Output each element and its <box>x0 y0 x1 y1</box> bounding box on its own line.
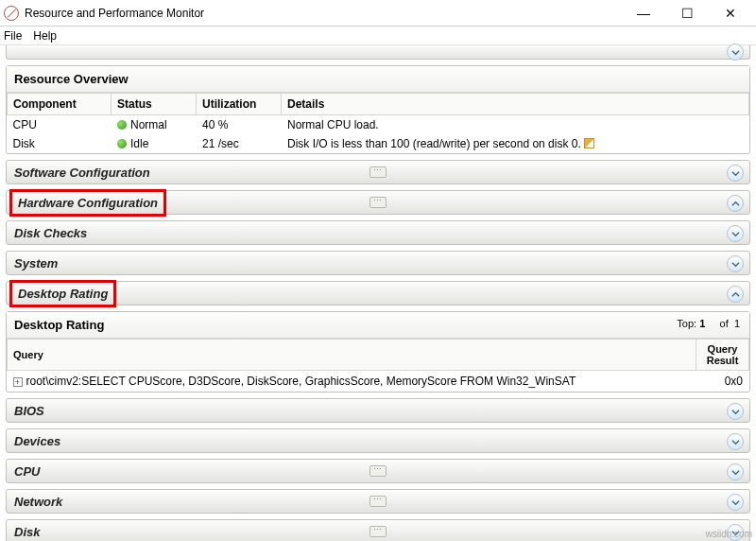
chevron-down-icon[interactable] <box>727 44 744 61</box>
cell-component: CPU <box>8 115 112 135</box>
cell-util: 21 /sec <box>197 134 282 153</box>
expand-icon[interactable]: + <box>13 377 23 387</box>
section-center-icon <box>369 526 387 537</box>
chevron-down-icon[interactable] <box>727 433 744 450</box>
desktop-rating-table: Query Query Result +root\cimv2:SELECT CP… <box>7 339 749 392</box>
chevron-up-icon[interactable] <box>727 195 744 212</box>
section-bios[interactable]: BIOS <box>6 398 750 423</box>
watermark: wsiidn.com <box>706 529 752 539</box>
menu-file[interactable]: File <box>4 29 22 43</box>
col-query: Query <box>8 340 696 371</box>
resource-overview-title: Resource Overview <box>7 66 749 93</box>
col-utilization: Utilization <box>197 94 282 115</box>
section-label: Software Configuration <box>14 166 150 180</box>
col-component: Component <box>8 94 112 115</box>
section-label: CPU <box>14 464 40 479</box>
table-row: Disk Idle 21 /sec Disk I/O is less than … <box>8 134 749 153</box>
close-button[interactable]: ✕ <box>714 0 747 26</box>
cell-details: Normal CPU load. <box>282 115 749 135</box>
table-row: +root\cimv2:SELECT CPUScore, D3DScore, D… <box>8 371 749 393</box>
col-query-result: Query Result <box>696 340 749 371</box>
section-network[interactable]: Network <box>6 489 750 514</box>
section-label: Disk <box>14 525 40 539</box>
window-controls: — ☐ ✕ <box>627 0 752 26</box>
chevron-down-icon[interactable] <box>727 165 744 182</box>
section-disk[interactable]: Disk <box>6 519 750 541</box>
col-status: Status <box>112 94 197 115</box>
cell-query: +root\cimv2:SELECT CPUScore, D3DScore, D… <box>8 371 696 393</box>
section-label: Network <box>14 495 62 509</box>
cell-result: 0x0 <box>696 371 749 393</box>
chevron-down-icon[interactable] <box>727 494 744 511</box>
section-label: Disk Checks <box>14 226 87 240</box>
desktop-rating-panel: Desktop Rating Top: 1 of 1 Query Query R… <box>6 311 750 393</box>
chevron-down-icon[interactable] <box>727 403 744 420</box>
section-label: System <box>14 256 58 270</box>
section-devices[interactable]: Devices <box>6 428 750 453</box>
cell-details: Disk I/O is less than 100 (read/write) p… <box>282 134 749 153</box>
chevron-up-icon[interactable] <box>727 286 744 303</box>
col-details: Details <box>282 94 749 115</box>
maximize-button[interactable]: ☐ <box>671 0 703 26</box>
window-title: Resource and Performance Monitor <box>25 7 627 20</box>
menu-help[interactable]: Help <box>33 29 57 43</box>
section-system[interactable]: System <box>6 251 750 275</box>
resource-overview-panel: Resource Overview Component Status Utili… <box>6 65 750 154</box>
section-label: BIOS <box>14 404 44 418</box>
section-software-configuration[interactable]: Software Configuration <box>6 160 750 184</box>
status-dot-green-icon <box>117 120 127 130</box>
status-dot-green-icon <box>117 139 127 148</box>
pager: Top: 1 of 1 <box>677 318 740 329</box>
app-icon <box>4 6 19 21</box>
section-center-icon <box>369 166 387 178</box>
resource-overview-table: Component Status Utilization Details CPU… <box>7 93 749 153</box>
section-center-icon <box>369 496 387 507</box>
chevron-down-icon[interactable] <box>727 255 744 272</box>
menu-bar: File Help <box>0 26 756 45</box>
edit-icon[interactable] <box>584 138 594 148</box>
section-hardware-configuration[interactable]: Hardware Configuration <box>6 190 750 215</box>
desktop-rating-title: Desktop Rating Top: 1 of 1 <box>7 312 749 339</box>
section-label: Hardware Configuration <box>14 194 162 212</box>
chevron-down-icon[interactable] <box>727 225 744 242</box>
cell-util: 40 % <box>197 115 282 135</box>
section-disk-checks[interactable]: Disk Checks <box>6 220 750 245</box>
chevron-down-icon[interactable] <box>727 463 744 480</box>
section-cpu[interactable]: CPU <box>6 459 750 483</box>
section-center-icon <box>369 197 387 208</box>
cell-component: Disk <box>8 134 112 153</box>
section-label: Devices <box>14 434 60 448</box>
section-desktop-rating[interactable]: Desktop Rating <box>6 281 750 305</box>
title-bar: Resource and Performance Monitor — ☐ ✕ <box>0 0 756 26</box>
section-truncated[interactable] <box>6 45 750 60</box>
section-center-icon <box>369 465 387 477</box>
section-label: Desktop Rating <box>14 285 112 303</box>
cell-status: Idle <box>112 134 197 153</box>
minimize-button[interactable]: — <box>627 0 660 26</box>
table-row: CPU Normal 40 % Normal CPU load. <box>8 115 749 135</box>
cell-status: Normal <box>112 115 197 135</box>
